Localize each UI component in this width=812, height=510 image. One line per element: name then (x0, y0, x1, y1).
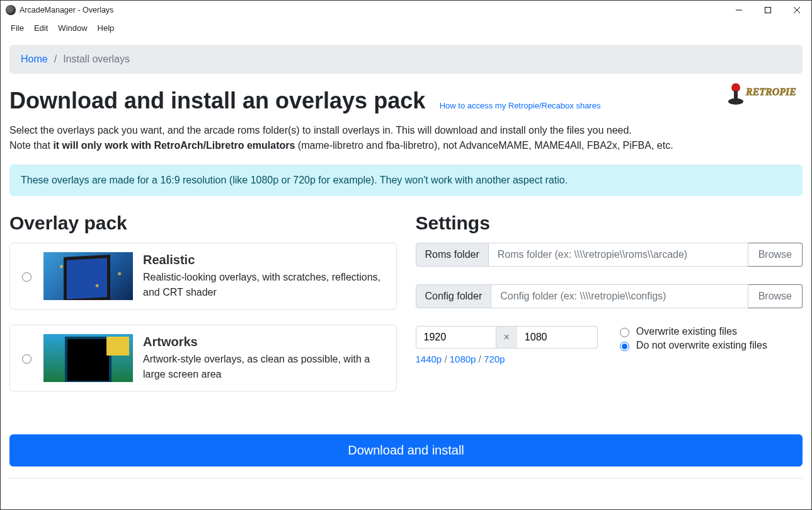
titlebar: ArcadeManager - Overlays (1, 1, 811, 20)
svg-rect-5 (734, 91, 738, 99)
preset-1080p[interactable]: 1080p (450, 354, 476, 364)
roms-folder-group: Roms folder Browse (416, 243, 803, 267)
svg-rect-1 (765, 8, 771, 13)
resolution-presets: 1440p / 1080p / 720p (416, 354, 598, 364)
roms-folder-input[interactable] (489, 243, 748, 267)
help-link[interactable]: How to access my Retropie/Recabox shares (440, 101, 601, 110)
config-folder-group: Config folder Browse (416, 284, 803, 308)
pack-text-artworks: Artworks Artwork-style overlays, as clea… (143, 335, 387, 381)
breadcrumb-home[interactable]: Home (21, 54, 48, 65)
menu-window[interactable]: Window (53, 22, 92, 34)
preset-sep: / (442, 354, 450, 364)
preset-1440p[interactable]: 1440p (416, 354, 442, 364)
menu-help[interactable]: Help (93, 22, 120, 34)
pack-title: Realistic (143, 253, 387, 267)
intro-line2-suffix: (mame-libretro and fba-libretro), not Ad… (295, 140, 673, 151)
retropie-logo: RETROPIE (727, 81, 803, 109)
minimize-button[interactable] (724, 1, 753, 20)
menu-edit[interactable]: Edit (29, 22, 53, 34)
app-icon (6, 5, 16, 15)
pack-thumb-realistic (43, 252, 133, 300)
overlay-pack-column: Overlay pack Realistic Realistic-looking… (9, 210, 397, 407)
breadcrumb-current: Install overlays (63, 54, 130, 65)
intro-line1: Select the overlays pack you want, and t… (9, 125, 632, 136)
config-browse-button[interactable]: Browse (748, 284, 803, 308)
overwrite-off-option[interactable]: Do not overwrite existing files (617, 340, 767, 351)
pack-desc: Realistic-looking overlays, with scratch… (143, 270, 387, 299)
resolution-block: × 1440p / 1080p / 720p (416, 326, 598, 364)
config-folder-label: Config folder (416, 284, 492, 308)
pack-desc: Artwork-style overlays, as clean as poss… (143, 352, 387, 381)
titlebar-left: ArcadeManager - Overlays (6, 5, 113, 15)
settings-column: Settings Roms folder Browse Config folde… (416, 210, 803, 407)
intro-line2-bold: it will only work with RetroArch/Libretr… (53, 140, 295, 151)
menu-file[interactable]: File (6, 22, 29, 34)
intro-line2-prefix: Note that (9, 140, 53, 151)
app-window: ArcadeManager - Overlays File Edit Windo… (0, 0, 812, 510)
pack-card-realistic[interactable]: Realistic Realistic-looking overlays, wi… (9, 243, 397, 310)
resolution-inputs: × (416, 326, 598, 349)
overwrite-off-label: Do not overwrite existing files (636, 340, 767, 351)
menubar: File Edit Window Help (1, 20, 811, 36)
pack-text-realistic: Realistic Realistic-looking overlays, wi… (143, 253, 387, 299)
pack-thumb-artworks (43, 334, 133, 382)
divider (9, 478, 803, 478)
pack-radio-artworks[interactable] (22, 354, 31, 364)
pack-title: Artworks (143, 335, 387, 349)
pack-card-artworks[interactable]: Artworks Artwork-style overlays, as clea… (9, 325, 397, 391)
overwrite-on-option[interactable]: Overwrite existing files (617, 326, 767, 337)
two-column-layout: Overlay pack Realistic Realistic-looking… (9, 210, 803, 407)
overwrite-off-radio[interactable] (620, 342, 629, 351)
settings-heading: Settings (416, 212, 803, 234)
resolution-row: × 1440p / 1080p / 720p Overwrite existin… (416, 326, 803, 364)
preset-720p[interactable]: 720p (484, 354, 505, 364)
roms-folder-label: Roms folder (416, 243, 489, 267)
overwrite-options: Overwrite existing files Do not overwrit… (617, 326, 767, 354)
breadcrumb-sep: / (54, 54, 57, 65)
window-title: ArcadeManager - Overlays (20, 6, 113, 14)
content-area: Home / Install overlays RETROPIE Downloa… (1, 36, 811, 509)
config-folder-input[interactable] (491, 284, 748, 308)
page-title: Download and install an overlays pack (9, 88, 425, 114)
overwrite-on-label: Overwrite existing files (636, 326, 737, 337)
download-install-button[interactable]: Download and install (9, 434, 803, 467)
svg-point-4 (731, 83, 740, 92)
preset-sep: / (476, 354, 484, 364)
maximize-button[interactable] (753, 1, 782, 20)
svg-text:RETROPIE: RETROPIE (745, 86, 796, 97)
overwrite-on-radio[interactable] (620, 328, 629, 337)
intro-text: Select the overlays pack you want, and t… (9, 123, 803, 153)
resolution-width-input[interactable] (416, 326, 496, 349)
pack-radio-realistic[interactable] (22, 272, 31, 282)
resolution-x-label: × (496, 326, 517, 349)
roms-browse-button[interactable]: Browse (748, 243, 803, 267)
close-button[interactable] (782, 1, 811, 20)
breadcrumb: Home / Install overlays (9, 45, 803, 74)
window-controls (724, 1, 811, 20)
info-alert: These overlays are made for a 16:9 resol… (9, 165, 803, 196)
svg-point-6 (728, 98, 743, 105)
overlay-pack-heading: Overlay pack (9, 212, 397, 234)
resolution-height-input[interactable] (517, 326, 598, 349)
